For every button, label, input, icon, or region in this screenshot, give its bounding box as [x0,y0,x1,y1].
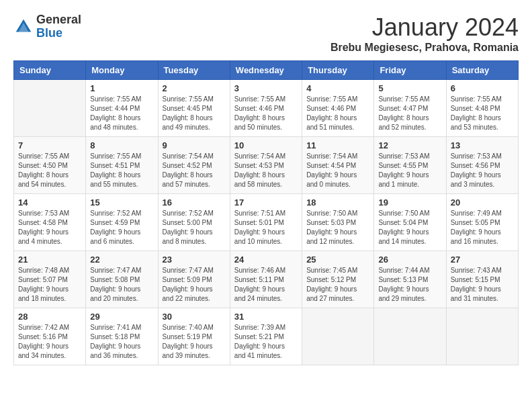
day-number: 6 [451,83,514,93]
page-subtitle: Brebu Megiesesc, Prahova, Romania [330,42,519,54]
calendar-header-friday: Friday [374,61,446,80]
day-number: 16 [163,197,226,208]
calendar-cell: 20Sunrise: 7:49 AMSunset: 5:05 PMDayligh… [446,194,518,251]
day-info: Sunrise: 7:42 AMSunset: 5:16 PMDaylight:… [18,323,81,361]
day-number: 12 [378,140,441,150]
day-number: 15 [90,197,153,208]
calendar-cell: 14Sunrise: 7:53 AMSunset: 4:58 PMDayligh… [14,194,86,251]
calendar-cell [446,308,518,365]
calendar-cell: 31Sunrise: 7:39 AMSunset: 5:21 PMDayligh… [230,308,302,365]
title-section: January 2024 Brebu Megiesesc, Prahova, R… [330,13,519,54]
calendar-cell: 2Sunrise: 7:55 AMSunset: 4:45 PMDaylight… [158,80,230,137]
day-info: Sunrise: 7:46 AMSunset: 5:11 PMDaylight:… [234,266,298,304]
day-number: 25 [306,255,369,265]
day-info: Sunrise: 7:55 AMSunset: 4:50 PMDaylight:… [18,152,81,189]
day-info: Sunrise: 7:55 AMSunset: 4:46 PMDaylight:… [234,95,298,132]
day-info: Sunrise: 7:39 AMSunset: 5:21 PMDaylight:… [234,323,298,361]
calendar-header-tuesday: Tuesday [158,61,230,80]
calendar-week-row-5: 28Sunrise: 7:42 AMSunset: 5:16 PMDayligh… [14,308,519,365]
day-info: Sunrise: 7:55 AMSunset: 4:45 PMDaylight:… [163,95,226,132]
day-number: 8 [90,140,153,150]
calendar-cell: 23Sunrise: 7:47 AMSunset: 5:09 PMDayligh… [158,251,230,308]
day-number: 17 [234,197,298,208]
calendar-header-thursday: Thursday [302,61,374,80]
day-number: 18 [306,197,369,208]
calendar-cell: 16Sunrise: 7:52 AMSunset: 5:00 PMDayligh… [158,194,230,251]
day-number: 5 [378,83,441,93]
calendar-cell: 17Sunrise: 7:51 AMSunset: 5:01 PMDayligh… [230,194,302,251]
day-info: Sunrise: 7:55 AMSunset: 4:48 PMDaylight:… [451,95,514,132]
calendar-cell: 9Sunrise: 7:54 AMSunset: 4:52 PMDaylight… [158,137,230,194]
calendar-cell: 1Sunrise: 7:55 AMSunset: 4:44 PMDaylight… [86,80,158,137]
day-info: Sunrise: 7:47 AMSunset: 5:08 PMDaylight:… [90,266,153,304]
day-info: Sunrise: 7:53 AMSunset: 4:58 PMDaylight:… [18,209,81,246]
day-number: 19 [378,197,441,208]
day-number: 14 [18,197,81,208]
calendar-week-row-4: 21Sunrise: 7:48 AMSunset: 5:07 PMDayligh… [14,251,519,308]
logo: General Blue [13,13,81,40]
logo-text: General Blue [36,13,81,40]
day-info: Sunrise: 7:40 AMSunset: 5:19 PMDaylight:… [163,323,226,361]
calendar-header-monday: Monday [86,61,158,80]
page-title: January 2024 [330,13,519,42]
calendar-cell: 25Sunrise: 7:45 AMSunset: 5:12 PMDayligh… [302,251,374,308]
calendar-cell [302,308,374,365]
day-info: Sunrise: 7:41 AMSunset: 5:18 PMDaylight:… [90,323,153,361]
day-info: Sunrise: 7:49 AMSunset: 5:05 PMDaylight:… [451,209,514,246]
day-number: 9 [163,140,226,150]
calendar-cell: 12Sunrise: 7:53 AMSunset: 4:55 PMDayligh… [374,137,446,194]
day-number: 26 [378,255,441,265]
day-info: Sunrise: 7:54 AMSunset: 4:53 PMDaylight:… [234,152,298,189]
calendar-header-sunday: Sunday [14,61,86,80]
day-info: Sunrise: 7:50 AMSunset: 5:03 PMDaylight:… [306,209,369,246]
calendar-cell: 30Sunrise: 7:40 AMSunset: 5:19 PMDayligh… [158,308,230,365]
calendar-cell: 10Sunrise: 7:54 AMSunset: 4:53 PMDayligh… [230,137,302,194]
calendar-cell: 13Sunrise: 7:53 AMSunset: 4:56 PMDayligh… [446,137,518,194]
calendar-cell: 7Sunrise: 7:55 AMSunset: 4:50 PMDaylight… [14,137,86,194]
day-number: 23 [163,255,226,265]
day-info: Sunrise: 7:55 AMSunset: 4:46 PMDaylight:… [306,95,369,132]
day-number: 10 [234,140,298,150]
day-number: 31 [234,312,298,322]
day-number: 21 [18,255,81,265]
day-info: Sunrise: 7:55 AMSunset: 4:47 PMDaylight:… [378,95,441,132]
day-info: Sunrise: 7:43 AMSunset: 5:15 PMDaylight:… [451,266,514,304]
calendar-cell: 11Sunrise: 7:54 AMSunset: 4:54 PMDayligh… [302,137,374,194]
calendar-cell: 27Sunrise: 7:43 AMSunset: 5:15 PMDayligh… [446,251,518,308]
calendar-cell: 29Sunrise: 7:41 AMSunset: 5:18 PMDayligh… [86,308,158,365]
calendar-cell: 21Sunrise: 7:48 AMSunset: 5:07 PMDayligh… [14,251,86,308]
page-header: General Blue January 2024 Brebu Megieses… [13,13,519,54]
calendar-cell: 4Sunrise: 7:55 AMSunset: 4:46 PMDaylight… [302,80,374,137]
day-number: 1 [90,83,153,93]
day-info: Sunrise: 7:53 AMSunset: 4:55 PMDaylight:… [378,152,441,189]
day-number: 29 [90,312,153,322]
calendar-cell: 24Sunrise: 7:46 AMSunset: 5:11 PMDayligh… [230,251,302,308]
calendar-cell: 28Sunrise: 7:42 AMSunset: 5:16 PMDayligh… [14,308,86,365]
day-number: 11 [306,140,369,150]
day-info: Sunrise: 7:45 AMSunset: 5:12 PMDaylight:… [306,266,369,304]
calendar-cell: 26Sunrise: 7:44 AMSunset: 5:13 PMDayligh… [374,251,446,308]
day-number: 3 [234,83,298,93]
calendar-week-row-1: 1Sunrise: 7:55 AMSunset: 4:44 PMDaylight… [14,80,519,137]
logo-general-text: General [36,13,81,27]
calendar-week-row-2: 7Sunrise: 7:55 AMSunset: 4:50 PMDaylight… [14,137,519,194]
calendar-table: SundayMondayTuesdayWednesdayThursdayFrid… [13,60,519,365]
calendar-header-row: SundayMondayTuesdayWednesdayThursdayFrid… [14,61,519,80]
calendar-cell: 19Sunrise: 7:50 AMSunset: 5:04 PMDayligh… [374,194,446,251]
day-info: Sunrise: 7:47 AMSunset: 5:09 PMDaylight:… [163,266,226,304]
calendar-cell: 18Sunrise: 7:50 AMSunset: 5:03 PMDayligh… [302,194,374,251]
day-info: Sunrise: 7:55 AMSunset: 4:51 PMDaylight:… [90,152,153,189]
day-info: Sunrise: 7:54 AMSunset: 4:52 PMDaylight:… [163,152,226,189]
day-info: Sunrise: 7:54 AMSunset: 4:54 PMDaylight:… [306,152,369,189]
day-info: Sunrise: 7:48 AMSunset: 5:07 PMDaylight:… [18,266,81,304]
day-info: Sunrise: 7:53 AMSunset: 4:56 PMDaylight:… [451,152,514,189]
day-number: 30 [163,312,226,322]
calendar-header-wednesday: Wednesday [230,61,302,80]
day-number: 22 [90,255,153,265]
calendar-cell [374,308,446,365]
calendar-cell: 22Sunrise: 7:47 AMSunset: 5:08 PMDayligh… [86,251,158,308]
logo-icon [13,17,34,37]
day-info: Sunrise: 7:50 AMSunset: 5:04 PMDaylight:… [378,209,441,246]
day-number: 4 [306,83,369,93]
day-number: 2 [163,83,226,93]
